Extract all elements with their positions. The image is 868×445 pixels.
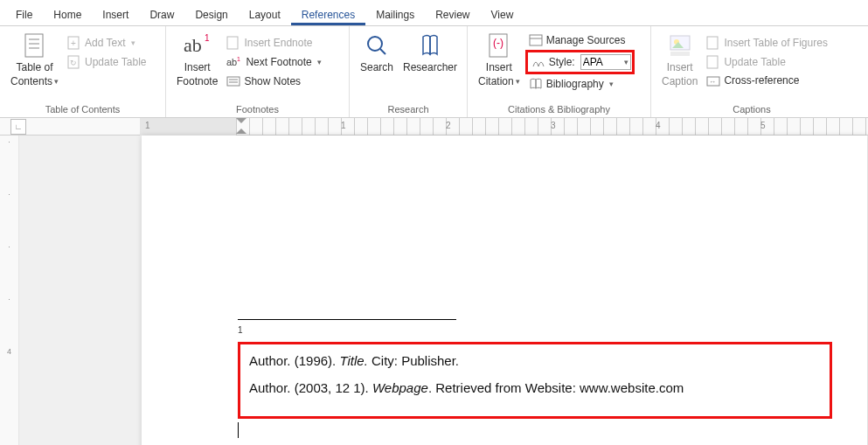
chevron-down-icon: ▾ <box>624 58 628 66</box>
style-label: Style: <box>549 56 575 68</box>
next-footnote-label: Next Footnote <box>246 56 311 68</box>
svg-text:↔: ↔ <box>709 78 716 86</box>
bib-rest: . Retrieved from Website: www.website.co… <box>428 380 684 395</box>
update-table-button[interactable]: ↻ Update Table <box>64 52 150 72</box>
cross-ref-icon: ↔ <box>706 74 720 87</box>
search-button[interactable]: Search <box>355 28 399 73</box>
caption-icon <box>666 31 694 59</box>
bibliography-entry[interactable]: Author. (2003, 12 1). Webpage. Retrieved… <box>249 380 821 395</box>
search-icon <box>363 31 391 59</box>
caption-label-1: Insert <box>667 61 693 73</box>
next-footnote-button[interactable]: ab1 Next Footnote▾ <box>223 52 324 72</box>
show-notes-button[interactable]: Show Notes <box>223 72 324 91</box>
ruler[interactable]: 1 1 2 3 4 5 <box>140 118 868 136</box>
footnote-number: 1 <box>238 325 832 335</box>
group-footnotes: ab1 InsertFootnote Insert Endnote ab1 Ne… <box>166 26 350 117</box>
document-area: ····4 1 Author. (1996). Title. City: Pub… <box>0 136 868 445</box>
cross-reference-button[interactable]: ↔ Cross-reference <box>703 72 831 89</box>
chevron-down-icon: ▾ <box>317 58 322 66</box>
ruler-corner[interactable]: ∟ <box>10 119 26 135</box>
ruler-mark: 4 <box>656 121 661 130</box>
insert-footnote-label-1: Insert <box>184 61 211 73</box>
svg-marker-29 <box>236 118 247 123</box>
bib-title: Title. <box>339 353 367 368</box>
group-research: Search Researcher Research <box>350 26 468 117</box>
tab-layout[interactable]: Layout <box>239 3 291 25</box>
update-table-captions-button[interactable]: Update Table <box>703 52 831 72</box>
chevron-down-icon: ▾ <box>609 80 614 88</box>
style-dropdown[interactable]: Style: ▾ <box>530 53 630 71</box>
insert-citation-label-2: Citation <box>478 75 514 87</box>
bib-author: Author. <box>249 353 291 368</box>
bibliography-button[interactable]: Bibliography▾ <box>525 75 635 93</box>
toc-label-1: Table of <box>17 61 53 73</box>
svg-line-17 <box>380 49 385 54</box>
tab-review[interactable]: Review <box>425 3 480 25</box>
group-toc: Table ofContents▾ + Add Text▾ ↻ Update T… <box>0 26 166 117</box>
tof-label: Insert Table of Figures <box>724 37 828 49</box>
svg-text:1: 1 <box>237 56 240 62</box>
manage-sources-button[interactable]: Manage Sources <box>525 31 635 49</box>
svg-text:ab: ab <box>184 34 202 56</box>
table-of-contents-button[interactable]: Table ofContents▾ <box>5 28 64 87</box>
update-table-captions-label: Update Table <box>724 56 786 68</box>
tab-home[interactable]: Home <box>43 3 92 25</box>
ruler-mark: 1 <box>145 121 150 130</box>
researcher-label: Researcher <box>403 61 457 73</box>
svg-marker-30 <box>236 129 247 134</box>
bib-author: Author. <box>249 380 291 395</box>
tab-mailings[interactable]: Mailings <box>365 3 425 25</box>
svg-text:↻: ↻ <box>70 59 77 67</box>
insert-endnote-button[interactable]: Insert Endnote <box>223 33 324 52</box>
tab-references[interactable]: References <box>291 3 365 25</box>
add-text-label: Add Text <box>85 37 125 49</box>
insert-citation-button[interactable]: (-) InsertCitation▾ <box>473 28 525 87</box>
search-label: Search <box>360 61 393 73</box>
footnote-icon: ab1 <box>184 31 212 59</box>
svg-rect-0 <box>25 34 43 57</box>
bibliography-icon <box>529 78 543 90</box>
insert-footnote-label-2: Footnote <box>177 75 218 87</box>
ruler-vertical[interactable]: ····4 <box>0 136 19 445</box>
ribbon-tabs: File Home Insert Draw Design Layout Refe… <box>0 0 868 26</box>
group-captions: InsertCaption Insert Table of Figures Up… <box>651 26 852 117</box>
tab-draw[interactable]: Draw <box>139 3 184 25</box>
insert-citation-label-1: Insert <box>486 61 512 73</box>
insert-caption-button[interactable]: InsertCaption <box>656 28 703 87</box>
researcher-button[interactable]: Researcher <box>399 28 462 73</box>
chevron-down-icon: ▾ <box>131 38 135 47</box>
insert-table-of-figures-button[interactable]: Insert Table of Figures <box>703 33 831 52</box>
ruler-mark: 1 <box>341 121 346 130</box>
chevron-down-icon: ▾ <box>516 75 520 87</box>
endnote-icon <box>226 36 240 50</box>
style-highlight: Style: ▾ <box>525 50 635 74</box>
insert-footnote-button[interactable]: ab1 InsertFootnote <box>171 28 223 87</box>
tab-design[interactable]: Design <box>184 3 238 25</box>
ruler-mark: 5 <box>760 121 766 130</box>
group-citations: (-) InsertCitation▾ Manage Sources Style… <box>468 26 651 117</box>
researcher-icon <box>416 31 444 59</box>
tab-file[interactable]: File <box>5 3 43 25</box>
show-notes-icon <box>226 74 240 88</box>
caption-label-2: Caption <box>662 75 698 87</box>
tab-view[interactable]: View <box>481 3 524 25</box>
cross-reference-label: Cross-reference <box>724 74 799 87</box>
svg-text:ab: ab <box>226 57 237 67</box>
svg-rect-13 <box>227 77 240 86</box>
citation-icon: (-) <box>485 31 513 59</box>
group-citations-label: Citations & Bibliography <box>473 102 645 117</box>
update-table-label: Update Table <box>85 56 147 68</box>
ruler-mark: 2 <box>446 121 451 130</box>
ruler-horizontal: ∟ 1 1 2 3 4 5 <box>0 118 868 136</box>
svg-point-16 <box>368 37 382 51</box>
bibliography-entry[interactable]: Author. (1996). Title. City: Publisher. <box>249 353 821 368</box>
document-page[interactable]: 1 Author. (1996). Title. City: Publisher… <box>142 136 867 445</box>
tof-icon <box>706 36 720 50</box>
svg-rect-10 <box>227 37 238 49</box>
next-footnote-icon: ab1 <box>226 55 242 69</box>
add-text-button[interactable]: + Add Text▾ <box>64 33 150 52</box>
tab-insert[interactable]: Insert <box>92 3 139 25</box>
bibliography-highlight: Author. (1996). Title. City: Publisher. … <box>238 342 832 419</box>
indent-marker[interactable] <box>236 118 247 134</box>
update-icon: ↻ <box>67 55 81 69</box>
